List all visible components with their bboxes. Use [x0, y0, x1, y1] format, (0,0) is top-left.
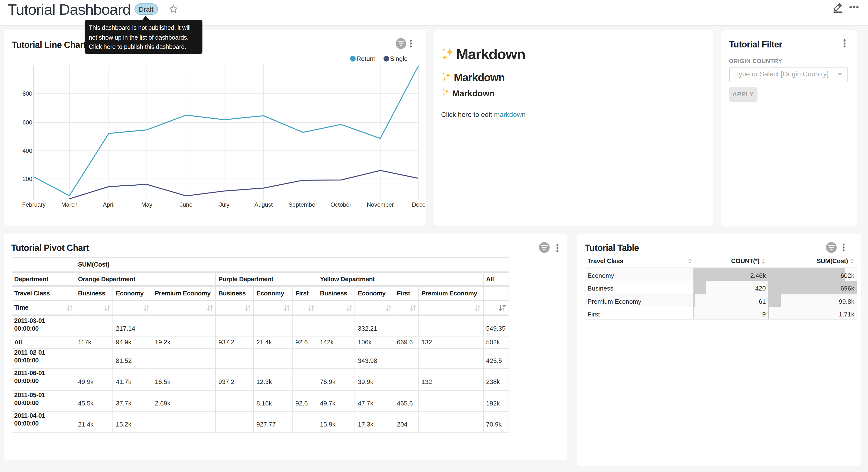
svg-text:400: 400	[23, 147, 32, 154]
svg-text:August: August	[254, 201, 273, 208]
svg-text:July: July	[219, 201, 229, 208]
svg-text:200: 200	[23, 175, 32, 182]
svg-text:800: 800	[23, 90, 32, 97]
svg-text:March: March	[61, 201, 78, 208]
svg-text:June: June	[180, 201, 192, 208]
svg-text:Return: Return	[356, 55, 376, 62]
svg-text:600: 600	[23, 119, 32, 125]
svg-text:April: April	[103, 201, 115, 208]
svg-text:September: September	[288, 201, 317, 208]
svg-text:February: February	[22, 201, 46, 208]
svg-text:November: November	[367, 201, 394, 208]
svg-text:October: October	[331, 201, 351, 208]
svg-text:Dece: Dece	[412, 201, 426, 208]
svg-text:May: May	[141, 201, 152, 208]
svg-text:Single: Single	[390, 55, 408, 62]
